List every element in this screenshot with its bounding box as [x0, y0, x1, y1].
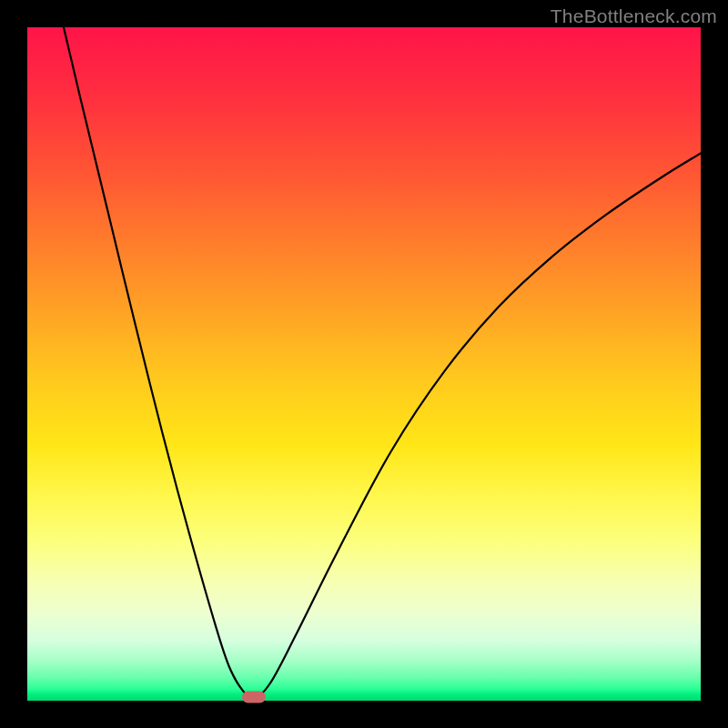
chart-curve-svg	[27, 27, 701, 701]
bottleneck-curve	[64, 27, 701, 698]
minimum-marker	[242, 692, 266, 703]
watermark-text: TheBottleneck.com	[551, 5, 717, 27]
chart-frame: TheBottleneck.com	[0, 0, 728, 728]
chart-plot-area	[27, 27, 701, 701]
